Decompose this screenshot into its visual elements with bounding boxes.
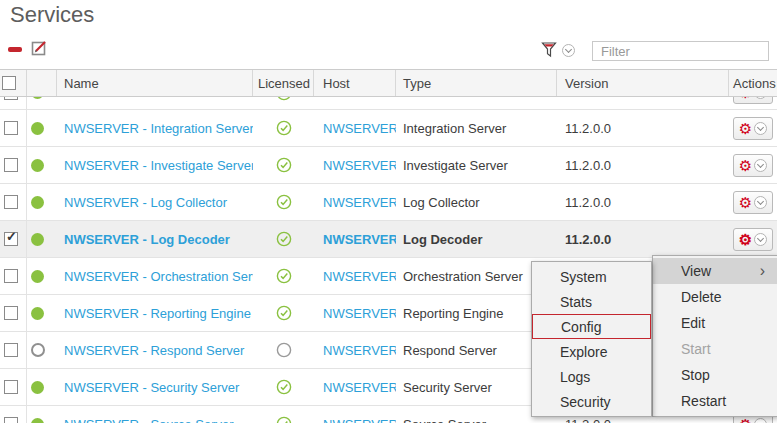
row-checkbox[interactable] [4,195,18,209]
menu-item-label: Start [681,341,711,357]
gear-icon: ⚙ [739,195,752,210]
service-name-link[interactable]: NWSERVER - Log Collector [64,195,227,210]
header-host[interactable]: Host [314,70,396,96]
row-checkbox[interactable] [4,158,18,172]
chevron-down-icon [754,233,767,246]
host-link[interactable]: NWSERVER [323,269,396,284]
table-row[interactable]: NWSERVER - Integration Server NWSERVER I… [0,110,777,147]
service-name-link[interactable]: NWSERVER - Investigate Server [64,158,253,173]
table-row[interactable]: NWSERVER - Log Collector NWSERVER Log Co… [0,184,777,221]
type-cell: Log Decoder [396,221,557,257]
table-header: Name Licensed Host Type Version Actions [0,69,777,97]
filter-input[interactable] [592,41,769,61]
edit-icon [31,39,48,56]
chevron-down-icon [754,159,767,172]
licensed-icon [276,305,292,321]
chevron-down-icon [754,418,767,423]
host-link[interactable]: NWSERVER [323,380,396,395]
submenu-item-system[interactable]: System [532,264,651,289]
service-name-link[interactable]: NWSERVER - Respond Server [64,343,244,358]
menu-item-label: Stop [681,367,710,383]
chevron-down-icon [754,122,767,135]
service-name-link[interactable]: NWSERVER - Source Server [64,417,234,423]
row-checkbox[interactable] [4,343,18,357]
actions-button[interactable]: ⚙ [733,97,773,104]
host-link[interactable]: NWSERVER [323,195,396,210]
filter-funnel-icon [541,41,557,58]
licensed-icon [276,157,292,173]
menu-item-view[interactable]: View› [653,258,777,284]
table-row[interactable]: NWSERVER - Log Decoder NWSERVER Log Deco… [0,221,777,258]
menu-item-label: Restart [681,393,726,409]
licensed-icon [276,342,292,358]
status-dot [31,381,44,394]
status-dot [31,307,44,320]
service-name-link[interactable]: NWSERVER - Reporting Engine [64,306,251,321]
page-title: Services [10,2,94,28]
header-licensed[interactable]: Licensed [253,70,314,96]
row-checkbox[interactable] [4,306,18,320]
submenu-item-security[interactable]: Security [532,389,651,414]
menu-item-label: Stats [560,294,592,310]
table-row[interactable]: NWSERVER - Investigate Server NWSERVER I… [0,147,777,184]
filter-funnel-button[interactable] [541,41,557,58]
submenu-item-stats[interactable]: Stats [532,289,651,314]
chevron-down-icon [754,97,767,99]
version-cell [557,97,729,110]
row-checkbox[interactable] [4,97,18,100]
table-row[interactable]: ⚙ [0,97,777,110]
header-name[interactable]: Name [57,70,253,96]
remove-service-button[interactable] [8,47,22,52]
menu-item-stop[interactable]: Stop [653,362,777,388]
select-all-checkbox[interactable] [2,76,16,90]
header-status[interactable] [27,70,57,96]
actions-button[interactable]: ⚙ [733,191,773,214]
actions-button[interactable]: ⚙ [733,117,773,140]
type-cell: Integration Server [396,110,557,146]
header-type[interactable]: Type [396,70,557,96]
service-name-link[interactable]: NWSERVER - Security Server [64,380,239,395]
row-checkbox[interactable] [4,232,18,246]
host-link[interactable]: NWSERVER [323,343,396,358]
submenu-item-logs[interactable]: Logs [532,364,651,389]
header-select-all[interactable] [0,70,27,96]
submenu-item-config[interactable]: Config [532,314,651,339]
host-link[interactable]: NWSERVER [323,121,396,136]
status-dot [31,233,44,246]
row-checkbox[interactable] [4,380,18,394]
version-cell: 11.2.0.0 [557,110,729,146]
submenu-arrow-icon: › [760,264,765,278]
service-name-link[interactable]: NWSERVER - Orchestration Server [64,269,253,284]
status-dot [31,159,44,172]
type-cell: Log Collector [396,184,557,220]
menu-item-start: Start [653,336,777,362]
filter-dropdown-button[interactable] [562,44,575,57]
gear-icon: ⚙ [739,417,752,423]
gear-icon: ⚙ [739,158,752,173]
edit-service-button[interactable] [31,39,48,56]
menu-item-delete[interactable]: Delete [653,284,777,310]
view-submenu: SystemStatsConfigExploreLogsSecurity [531,261,652,417]
row-checkbox[interactable] [4,269,18,283]
version-cell: 11.2.0.0 [557,147,729,183]
host-link[interactable]: NWSERVER [323,232,396,247]
menu-item-restart[interactable]: Restart [653,388,777,414]
service-name-link[interactable]: NWSERVER - Log Decoder [64,232,230,247]
chevron-down-icon [754,196,767,209]
service-name-link[interactable]: NWSERVER - Integration Server [64,121,253,136]
version-cell: 11.2.0.0 [557,184,729,220]
menu-item-label: Security [560,394,611,410]
submenu-item-explore[interactable]: Explore [532,339,651,364]
menu-item-edit[interactable]: Edit [653,310,777,336]
actions-button[interactable]: ⚙ [733,228,773,251]
host-link[interactable]: NWSERVER [323,306,396,321]
row-checkbox[interactable] [4,121,18,135]
status-dot [31,196,44,209]
header-version[interactable]: Version [557,70,729,96]
row-checkbox[interactable] [4,417,18,423]
version-cell: 11.2.0.0 [557,221,729,257]
host-link[interactable]: NWSERVER [323,158,396,173]
host-link[interactable]: NWSERVER [323,417,396,423]
actions-button[interactable]: ⚙ [733,154,773,177]
menu-item-label: Explore [560,344,607,360]
